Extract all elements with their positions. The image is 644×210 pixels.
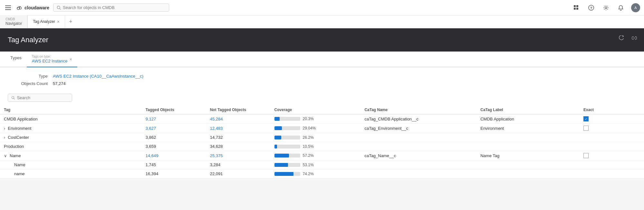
expand-btn[interactable]: › — [4, 126, 5, 131]
cell-exact: ✎ EDIT CATAG — [580, 151, 644, 160]
coverage-bar-bg — [274, 163, 300, 167]
user-avatar[interactable]: A — [631, 3, 640, 12]
svg-point-2 — [57, 6, 60, 8]
cell-catag-label — [476, 160, 580, 169]
coverage-bar-fill — [274, 117, 280, 121]
exact-cell-inner: ✎ EDIT CATAG — [583, 126, 640, 131]
tab-close-icon[interactable]: × — [57, 19, 60, 24]
exact-cell-inner: + CREATE CATAG — [583, 172, 640, 176]
cell-exact: ✓✎ EDIT CATAG⋮ — [580, 114, 644, 124]
tagged-objects-link[interactable]: 14,649 — [146, 153, 159, 158]
expand-btn[interactable]: › — [4, 135, 5, 140]
cell-catag-name — [360, 133, 476, 142]
tag-name-cell: Environment — [8, 126, 31, 131]
cell-tag: ›Environment — [0, 124, 142, 133]
tag-name-cell: Name — [10, 153, 21, 158]
coverage-bar-wrapper: 20.3% — [274, 117, 357, 121]
cell-exact: + CREATE CATAG — [580, 160, 644, 169]
tagged-objects-link[interactable]: 9,127 — [146, 117, 156, 121]
exact-cell-inner: + CREATE CATAG — [583, 163, 640, 167]
tagged-objects-link[interactable]: 3,627 — [146, 126, 156, 131]
cell-catag-name: caTag_Name__c — [360, 151, 476, 160]
cell-catag-name — [360, 142, 476, 151]
hamburger-menu[interactable] — [4, 4, 12, 11]
type-label: Type — [8, 74, 53, 79]
tagged-objects-value: 16,394 — [142, 169, 206, 178]
cell-catag-label: Environment — [476, 124, 580, 133]
coverage-pct-label: 57.2% — [303, 153, 316, 158]
coverage-bar-bg — [274, 154, 300, 158]
cell-tag: ›CostCenter — [0, 133, 142, 142]
exact-checkbox[interactable] — [583, 153, 589, 158]
global-search-bar[interactable] — [53, 4, 169, 12]
table-row: Name1,7453,284 53.1% + CREATE CATAG — [0, 160, 644, 169]
sub-tab-aws-ec2[interactable]: Tags on type: AWS EC2 Instance × — [27, 52, 77, 67]
coverage-bar-wrapper: 57.2% — [274, 153, 357, 158]
svg-line-12 — [14, 98, 15, 99]
svg-text:?: ? — [590, 6, 592, 10]
exact-cell-inner: ✓✎ EDIT CATAG⋮ — [583, 116, 640, 121]
coverage-bar-wrapper: 53.1% — [274, 163, 357, 167]
col-coverage: Coverage — [271, 106, 361, 114]
tab-tag-analyzer[interactable]: Tag Analyzer × — [27, 15, 65, 28]
tag-name-cell: CMDB Application — [4, 117, 38, 121]
cell-exact: + CREATE CATAG — [580, 133, 644, 142]
cell-catag-name — [360, 169, 476, 178]
cell-tag: ∨Name — [0, 151, 142, 160]
cell-tag: name — [0, 169, 142, 178]
not-tagged-objects-value: 34,628 — [206, 142, 271, 151]
table-search-bar[interactable] — [8, 94, 72, 102]
cell-exact: + CREATE CATAG — [580, 169, 644, 178]
expand-btn[interactable]: ∨ — [4, 153, 7, 158]
cell-tagged-objects: 14,649 — [142, 151, 206, 160]
col-tag: Tag — [0, 106, 142, 114]
sub-tab-types[interactable]: Types — [5, 52, 27, 67]
tab-cmdb-label: Navigator — [5, 21, 22, 26]
tabs-bar: CMDB Navigator Tag Analyzer × + — [0, 15, 644, 28]
tag-name-cell: Name — [14, 162, 25, 167]
sub-tab-close-icon[interactable]: × — [69, 57, 72, 62]
table-row: name16,39422,091 74.2% + CREATE CATAG — [0, 169, 644, 178]
table-row: ›Environment3,62712,483 29.04% caTag_Env… — [0, 124, 644, 133]
table-row: Production3,65934,628 10.5% + CREATE CAT… — [0, 142, 644, 151]
type-value[interactable]: AWS EC2 Instance (CA10__CaAwsInstance__c… — [53, 74, 143, 79]
cell-coverage: 20.3% — [271, 114, 361, 124]
coverage-bar-bg — [274, 172, 300, 176]
cell-exact: + CREATE CATAG — [580, 142, 644, 151]
objects-count-label: Objects Count — [8, 81, 53, 86]
tab-tag-analyzer-label: Tag Analyzer — [33, 19, 55, 24]
cell-catag-name: caTag_CMDB Application__c — [360, 114, 476, 124]
coverage-bar-bg — [274, 145, 300, 148]
settings-icon[interactable] — [601, 3, 610, 12]
coverage-bar-wrapper: 26.2% — [274, 135, 357, 140]
tab-cmdb-navigator[interactable]: CMDB Navigator — [0, 15, 27, 28]
cell-coverage: 53.1% — [271, 160, 361, 169]
help-icon[interactable]: ? — [587, 3, 596, 12]
exact-checkbox[interactable] — [583, 126, 589, 131]
type-info-section: Type AWS EC2 Instance (CA10__CaAwsInstan… — [0, 67, 644, 91]
bell-icon[interactable] — [616, 3, 625, 12]
not-tagged-objects-link[interactable]: 12,483 — [210, 126, 223, 131]
not-tagged-objects-link[interactable]: 25,375 — [210, 153, 223, 158]
table-search-input[interactable] — [17, 95, 69, 100]
cell-tagged-objects: 3,627 — [142, 124, 206, 133]
link-button[interactable] — [630, 33, 639, 43]
cell-coverage: 74.2% — [271, 169, 361, 178]
coverage-bar-bg — [274, 126, 300, 130]
exact-checkbox[interactable]: ✓ — [583, 116, 589, 121]
coverage-bar-wrapper: 74.2% — [274, 172, 357, 176]
cell-catag-label — [476, 142, 580, 151]
not-tagged-objects-link[interactable]: 45,284 — [210, 117, 223, 121]
objects-count-row: Objects Count 57,274 — [8, 81, 636, 86]
col-catag-name: CaTag Name — [360, 106, 476, 114]
tag-name-cell: CostCenter — [8, 135, 29, 140]
add-tab-button[interactable]: + — [65, 15, 76, 28]
grid-icon[interactable] — [572, 3, 581, 12]
refresh-button[interactable] — [617, 33, 626, 43]
cell-not-tagged-objects: 45,284 — [206, 114, 271, 124]
coverage-pct-label: 53.1% — [303, 163, 316, 167]
global-search-input[interactable] — [63, 5, 166, 10]
cell-catag-label: CMDB Application — [476, 114, 580, 124]
coverage-bar-fill — [274, 163, 288, 167]
coverage-bar-fill — [274, 126, 282, 130]
